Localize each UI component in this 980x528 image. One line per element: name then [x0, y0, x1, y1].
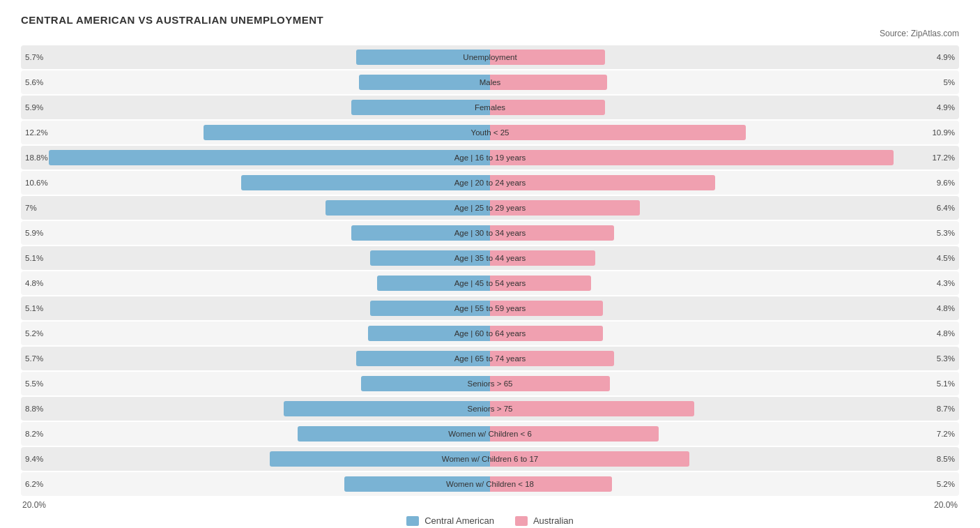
pink-bar — [490, 100, 605, 115]
blue-bar — [351, 100, 490, 115]
blue-bar — [241, 175, 490, 190]
chart-row: 10.6% 9.6% Age | 20 to 24 years — [21, 171, 959, 195]
right-half: 4.8% — [490, 322, 959, 345]
chart-row: 5.6% 5% Males — [21, 70, 959, 94]
left-half: 5.7% — [21, 347, 490, 370]
right-half: 5.2% — [490, 472, 959, 496]
left-half: 5.5% — [21, 372, 490, 395]
legend-item-australian: Australian — [515, 515, 574, 526]
left-value: 5.5% — [25, 379, 43, 388]
right-half: 5% — [490, 70, 959, 94]
pink-bar — [490, 225, 614, 241]
right-value: 5.2% — [937, 480, 955, 488]
pink-bar — [490, 451, 689, 467]
chart-row: 18.8% 17.2% Age | 16 to 19 years — [21, 146, 959, 169]
right-half: 4.9% — [490, 96, 959, 119]
left-half: 4.8% — [21, 271, 490, 295]
right-half: 5.1% — [490, 372, 959, 395]
left-value: 9.4% — [25, 455, 43, 463]
pink-bar — [490, 376, 610, 391]
left-half: 12.2% — [21, 121, 490, 144]
chart-row: 8.8% 8.7% Seniors > 75 — [21, 397, 959, 421]
axis-right: 20.0% — [934, 500, 958, 510]
blue-bar — [361, 376, 490, 391]
right-half: 8.5% — [490, 447, 959, 471]
pink-bar — [490, 276, 591, 291]
left-value: 5.7% — [25, 354, 43, 363]
left-half: 5.9% — [21, 96, 490, 119]
left-value: 5.2% — [25, 329, 43, 338]
pink-bar — [490, 150, 894, 165]
left-value: 5.9% — [25, 103, 43, 112]
chart-row: 5.1% 4.5% Age | 35 to 44 years — [21, 246, 959, 270]
right-half: 10.9% — [490, 121, 959, 144]
pink-bar — [490, 250, 595, 266]
blue-bar — [359, 75, 490, 90]
legend-box-australian — [515, 516, 528, 526]
left-value: 5.7% — [25, 53, 43, 61]
right-value: 4.9% — [937, 103, 955, 112]
left-value: 18.8% — [25, 153, 48, 162]
left-half: 5.7% — [21, 45, 490, 69]
blue-bar — [284, 401, 490, 416]
left-value: 5.1% — [25, 304, 43, 312]
axis-row: 20.0% 20.0% — [21, 500, 959, 510]
chart-row: 5.2% 4.8% Age | 60 to 64 years — [21, 322, 959, 345]
chart-row: 8.2% 7.2% Women w/ Children < 6 — [21, 422, 959, 446]
right-half: 4.9% — [490, 45, 959, 69]
source-label: Source: ZipAtlas.com — [21, 29, 959, 38]
left-half: 18.8% — [21, 146, 490, 169]
blue-bar — [370, 250, 490, 266]
chart-title: CENTRAL AMERICAN VS AUSTRALIAN UNEMPLOYM… — [21, 14, 959, 26]
right-value: 9.6% — [937, 179, 955, 187]
left-value: 5.6% — [25, 78, 43, 86]
right-value: 6.4% — [937, 204, 955, 212]
right-half: 6.4% — [490, 196, 959, 220]
legend-label-central: Central American — [424, 515, 494, 526]
right-value: 17.2% — [932, 153, 955, 162]
blue-bar — [344, 476, 490, 492]
chart-row: 4.8% 4.3% Age | 45 to 54 years — [21, 271, 959, 295]
pink-bar — [490, 75, 607, 90]
left-half: 10.6% — [21, 171, 490, 195]
chart-row: 5.1% 4.8% Age | 55 to 59 years — [21, 296, 959, 320]
axis-left: 20.0% — [22, 500, 46, 510]
left-half: 5.9% — [21, 221, 490, 245]
pink-bar — [490, 125, 746, 140]
right-value: 5.3% — [937, 229, 955, 237]
chart-container: 5.7% 4.9% Unemployment 5.6% 5% Males 5.9… — [21, 45, 959, 496]
legend-box-central — [406, 516, 419, 526]
right-half: 7.2% — [490, 422, 959, 446]
right-value: 5% — [943, 78, 955, 86]
blue-bar — [270, 451, 490, 467]
pink-bar — [490, 301, 603, 316]
right-value: 4.8% — [937, 329, 955, 338]
pink-bar — [490, 200, 640, 216]
chart-row: 7% 6.4% Age | 25 to 29 years — [21, 196, 959, 220]
pink-bar — [490, 50, 605, 65]
blue-bar — [377, 276, 490, 291]
left-value: 12.2% — [25, 128, 48, 137]
left-value: 5.9% — [25, 229, 43, 237]
right-value: 8.7% — [937, 405, 955, 413]
left-half: 6.2% — [21, 472, 490, 496]
right-value: 4.9% — [937, 53, 955, 61]
left-value: 8.8% — [25, 405, 43, 413]
left-value: 5.1% — [25, 254, 43, 262]
legend-item-central: Central American — [406, 515, 494, 526]
chart-row: 6.2% 5.2% Women w/ Children < 18 — [21, 472, 959, 496]
chart-row: 5.9% 4.9% Females — [21, 96, 959, 119]
right-value: 4.5% — [937, 254, 955, 262]
left-half: 8.8% — [21, 397, 490, 421]
chart-row: 9.4% 8.5% Women w/ Children 6 to 17 — [21, 447, 959, 471]
pink-bar — [490, 326, 603, 341]
left-value: 8.2% — [25, 430, 43, 438]
right-half: 9.6% — [490, 171, 959, 195]
blue-bar — [351, 225, 490, 241]
blue-bar — [370, 301, 490, 316]
left-half: 5.6% — [21, 70, 490, 94]
right-value: 7.2% — [937, 430, 955, 438]
chart-row: 5.9% 5.3% Age | 30 to 34 years — [21, 221, 959, 245]
left-half: 5.2% — [21, 322, 490, 345]
pink-bar — [490, 351, 614, 366]
